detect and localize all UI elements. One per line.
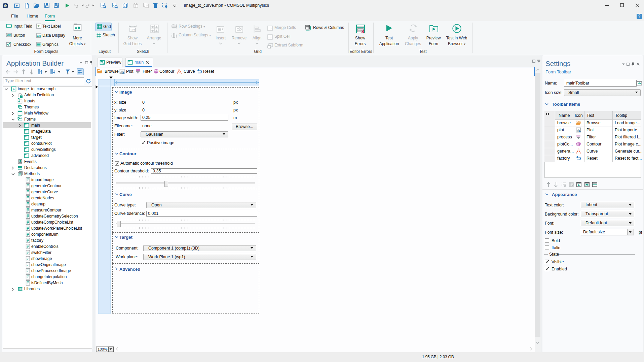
svg-text:1.23: 1.23 [37, 35, 41, 37]
svg-text:OK: OK [7, 34, 11, 37]
svg-text:1.23: 1.23 [130, 29, 135, 31]
svg-text:T: T [38, 25, 40, 28]
